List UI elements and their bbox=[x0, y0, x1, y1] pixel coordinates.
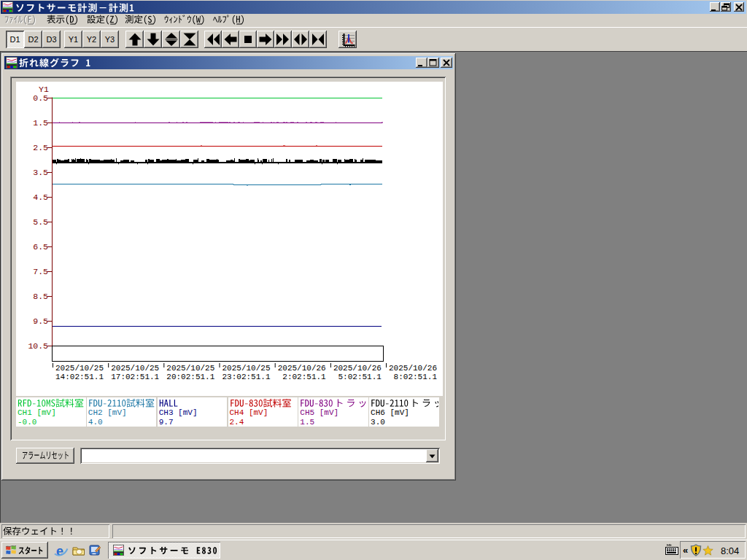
svg-text:14:02:51.1: 14:02:51.1 bbox=[55, 373, 104, 381]
svg-text:Y1: Y1 bbox=[39, 85, 49, 94]
svg-text:17:02:51.1: 17:02:51.1 bbox=[111, 373, 159, 381]
svg-text:5.5: 5.5 bbox=[33, 217, 48, 227]
svg-text:2.5: 2.5 bbox=[33, 143, 48, 152]
svg-text:2:02:51.1: 2:02:51.1 bbox=[282, 373, 326, 381]
svg-text:2025/10/26: 2025/10/26 bbox=[333, 364, 382, 373]
svg-text:9.5: 9.5 bbox=[33, 316, 48, 326]
svg-text:2025/10/25: 2025/10/25 bbox=[222, 364, 271, 373]
svg-text:1.5: 1.5 bbox=[33, 118, 48, 128]
svg-text:6.5: 6.5 bbox=[33, 242, 48, 252]
svg-text:0.5: 0.5 bbox=[33, 93, 48, 103]
svg-text:2025/10/25: 2025/10/25 bbox=[55, 364, 104, 373]
svg-text:8.5: 8.5 bbox=[33, 292, 48, 301]
svg-text:2025/10/25: 2025/10/25 bbox=[111, 364, 159, 373]
svg-text:7.5: 7.5 bbox=[33, 267, 48, 276]
svg-text:4.5: 4.5 bbox=[33, 192, 48, 202]
svg-text:23:02:51.1: 23:02:51.1 bbox=[222, 373, 271, 381]
svg-text:8:02:51.1: 8:02:51.1 bbox=[394, 373, 438, 381]
svg-text:2025/10/25: 2025/10/25 bbox=[166, 364, 214, 373]
svg-text:2025/10/26: 2025/10/26 bbox=[389, 364, 437, 373]
svg-text:3.5: 3.5 bbox=[33, 168, 48, 177]
svg-text:5:02:51.1: 5:02:51.1 bbox=[338, 373, 382, 381]
svg-text:10.5: 10.5 bbox=[28, 341, 48, 351]
svg-text:2025/10/26: 2025/10/26 bbox=[278, 364, 326, 373]
svg-text:20:02:51.1: 20:02:51.1 bbox=[166, 373, 214, 381]
